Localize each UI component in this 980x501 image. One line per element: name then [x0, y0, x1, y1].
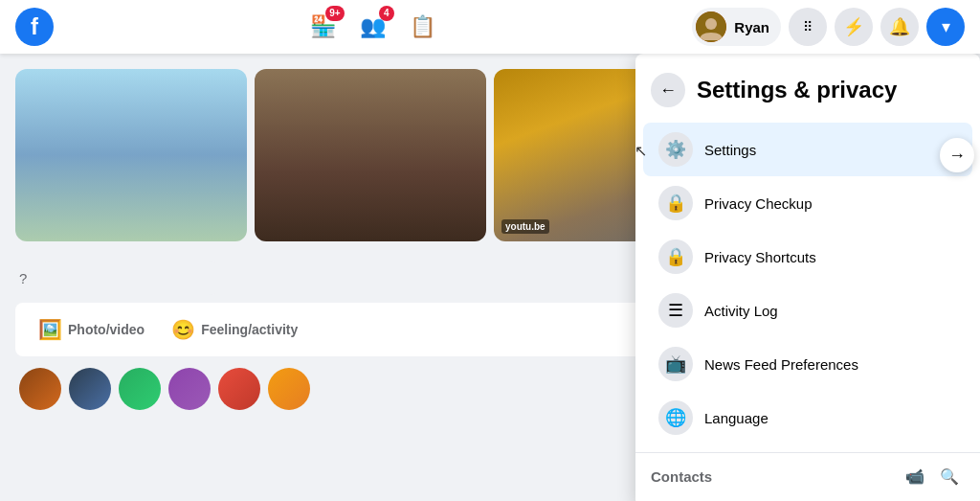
facebook-logo[interactable]: f — [15, 8, 54, 46]
navbar-right: Ryan ⠿ ⚡ 🔔 ▾ — [692, 8, 965, 46]
language-label: Language — [704, 410, 768, 426]
story-card[interactable] — [255, 69, 486, 241]
person-avatar[interactable] — [119, 368, 161, 410]
friends-button[interactable]: 👥 4 — [350, 4, 396, 50]
marketplace-button[interactable]: 🏪 9+ — [301, 4, 346, 50]
news-feed-label: News Feed Preferences — [704, 356, 858, 373]
dropdown-header: ← Settings & privacy — [635, 61, 980, 123]
contacts-search-button[interactable]: 🔍 — [934, 461, 965, 491]
language-icon-circle: 🌐 — [658, 400, 693, 435]
contacts-video-button[interactable]: 📹 — [900, 461, 930, 491]
messenger-button[interactable]: ⚡ — [835, 8, 873, 46]
person-avatar[interactable] — [218, 368, 260, 410]
user-name: Ryan — [734, 19, 769, 35]
lock-checkup-icon: 🔒 — [665, 193, 686, 214]
person-avatar[interactable] — [268, 368, 310, 410]
menu-item-privacy-checkup[interactable]: 🔒 Privacy Checkup — [643, 176, 972, 230]
back-button[interactable]: ← — [651, 73, 685, 107]
avatar — [696, 11, 726, 42]
feed-button[interactable]: 📋 — [400, 4, 446, 50]
feeling-activity-button[interactable]: 😊 Feeling/activity — [160, 310, 309, 349]
menu-item-language[interactable]: 🌐 Language — [643, 391, 972, 444]
menu-item-news-feed[interactable]: 📺 News Feed Preferences — [643, 337, 972, 391]
main-content: youtu.be → ? 🖼️ Photo/video 😊 — [0, 54, 980, 501]
person-avatar[interactable] — [19, 368, 61, 410]
chevron-down-icon: ▾ — [942, 16, 950, 37]
menu-item-privacy-shortcuts[interactable]: 🔒 Privacy Shortcuts — [643, 230, 972, 284]
post-input[interactable] — [34, 261, 226, 295]
notifications-icon: 🔔 — [889, 16, 910, 37]
notifications-button[interactable]: 🔔 — [880, 8, 919, 46]
svg-point-1 — [705, 18, 717, 30]
dropdown-button[interactable]: ▾ — [926, 8, 965, 46]
photo-video-label: Photo/video — [68, 322, 145, 337]
apps-button[interactable]: ⠿ — [789, 8, 827, 46]
privacy-shortcuts-icon-circle: 🔒 — [658, 239, 693, 274]
privacy-checkup-label: Privacy Checkup — [704, 195, 813, 212]
privacy-checkup-icon-circle: 🔒 — [658, 186, 693, 220]
feeling-label: Feeling/activity — [201, 322, 298, 337]
marketplace-badge: 9+ — [325, 6, 344, 21]
contacts-action-icons: 📹 🔍 — [900, 461, 965, 491]
feeling-icon: 😊 — [171, 318, 195, 341]
globe-icon: 🌐 — [665, 407, 686, 428]
navbar-center: 🏪 9+ 👥 4 📋 — [301, 4, 446, 50]
video-icon: 📹 — [905, 467, 924, 486]
contacts-bar: Contacts 📹 🔍 — [635, 452, 980, 499]
news-feed-icon-circle: 📺 — [658, 347, 693, 381]
stories-next-button[interactable]: → — [940, 138, 974, 172]
dropdown-title: Settings & privacy — [697, 77, 897, 103]
contacts-title: Contacts — [651, 468, 712, 485]
photo-video-icon: 🖼️ — [38, 318, 62, 341]
privacy-shortcuts-label: Privacy Shortcuts — [704, 249, 816, 265]
activity-log-icon-circle: ☰ — [658, 293, 693, 328]
activity-log-label: Activity Log — [704, 303, 778, 319]
gear-icon: ⚙️ — [665, 139, 686, 160]
settings-dropdown: ← Settings & privacy ⚙️ Settings 🔒 Priva… — [635, 54, 980, 501]
person-avatar[interactable] — [168, 368, 211, 410]
question-text: ? — [19, 270, 27, 286]
person-avatar[interactable] — [69, 368, 111, 410]
news-feed-icon: 📺 — [665, 353, 686, 375]
back-arrow-icon: ← — [659, 80, 677, 101]
user-profile-pill[interactable]: Ryan — [692, 8, 781, 46]
apps-icon: ⠿ — [803, 20, 813, 34]
menu-item-settings[interactable]: ⚙️ Settings — [643, 123, 972, 176]
photo-video-button[interactable]: 🖼️ Photo/video — [27, 310, 156, 349]
settings-label: Settings — [704, 142, 756, 158]
lock-shortcuts-icon: 🔒 — [665, 246, 686, 267]
search-icon: 🔍 — [940, 467, 959, 486]
messenger-icon: ⚡ — [843, 16, 864, 37]
navbar-left: f — [15, 8, 54, 46]
navbar: f 🏪 9+ 👥 4 📋 Ryan — [0, 0, 980, 54]
story-card[interactable] — [15, 69, 247, 241]
story-badge: youtu.be — [501, 219, 549, 234]
feed-icon: 📋 — [410, 14, 435, 39]
settings-icon-circle: ⚙️ — [658, 132, 693, 167]
friends-badge: 4 — [379, 6, 394, 21]
menu-item-activity-log[interactable]: ☰ Activity Log — [643, 284, 972, 337]
list-icon: ☰ — [668, 300, 683, 321]
